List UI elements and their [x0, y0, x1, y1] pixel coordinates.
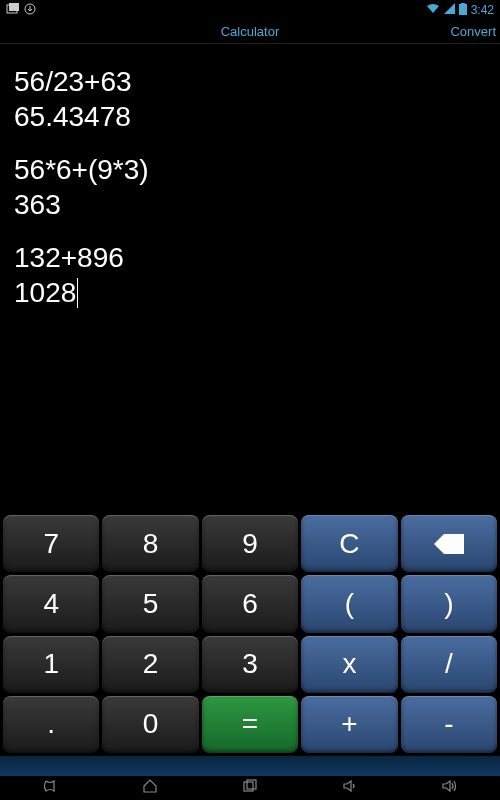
- key-paren-open[interactable]: (: [301, 575, 397, 632]
- key-5[interactable]: 5: [102, 575, 198, 632]
- key-multiply[interactable]: x: [301, 636, 397, 693]
- key-paren-close[interactable]: ): [401, 575, 497, 632]
- status-left: [6, 3, 36, 18]
- status-right: 3:42: [426, 3, 494, 18]
- result-line: 363: [14, 187, 486, 222]
- keypad: 789C456()123x/.0=+-: [0, 512, 500, 756]
- key-decimal[interactable]: .: [3, 696, 99, 753]
- key-4[interactable]: 4: [3, 575, 99, 632]
- history-entry: 56*6+(9*3) 363: [14, 152, 486, 222]
- convert-tab[interactable]: Convert: [450, 24, 496, 39]
- display-area[interactable]: 56/23+63 65.43478 56*6+(9*3) 363 132+896…: [0, 44, 500, 512]
- volume-up-icon[interactable]: [441, 777, 459, 799]
- volume-down-icon[interactable]: [341, 777, 359, 799]
- key-2[interactable]: 2: [102, 636, 198, 693]
- key-clear[interactable]: C: [301, 515, 397, 572]
- app-title: Calculator: [221, 24, 280, 39]
- notification-icon: [6, 3, 20, 18]
- wifi-icon: [426, 3, 440, 17]
- history-entry: 56/23+63 65.43478: [14, 64, 486, 134]
- key-plus[interactable]: +: [301, 696, 397, 753]
- back-button[interactable]: [41, 777, 59, 799]
- key-divide[interactable]: /: [401, 636, 497, 693]
- svg-rect-1: [9, 3, 19, 11]
- key-equals[interactable]: =: [202, 696, 298, 753]
- status-bar: 3:42: [0, 0, 500, 20]
- signal-icon: [444, 3, 455, 17]
- cursor: [77, 278, 78, 308]
- result-text: 1028: [14, 277, 76, 308]
- key-minus[interactable]: -: [401, 696, 497, 753]
- svg-rect-3: [459, 4, 467, 15]
- expression-line: 56/23+63: [14, 64, 486, 99]
- expression-line: 132+896: [14, 240, 486, 275]
- key-7[interactable]: 7: [3, 515, 99, 572]
- history-entry: 132+896 1028: [14, 240, 486, 310]
- svg-rect-4: [461, 3, 465, 5]
- result-line: 1028: [14, 275, 486, 310]
- navigation-bar: [0, 776, 500, 800]
- key-0[interactable]: 0: [102, 696, 198, 753]
- key-1[interactable]: 1: [3, 636, 99, 693]
- battery-icon: [459, 3, 467, 18]
- key-3[interactable]: 3: [202, 636, 298, 693]
- svg-rect-6: [247, 780, 256, 789]
- result-line: 65.43478: [14, 99, 486, 134]
- backspace-icon: [432, 532, 466, 556]
- recent-apps-button[interactable]: [241, 777, 259, 799]
- footer-gradient: [0, 756, 500, 776]
- status-time: 3:42: [471, 3, 494, 17]
- key-6[interactable]: 6: [202, 575, 298, 632]
- expression-line: 56*6+(9*3): [14, 152, 486, 187]
- key-8[interactable]: 8: [102, 515, 198, 572]
- key-9[interactable]: 9: [202, 515, 298, 572]
- svg-rect-5: [244, 782, 253, 791]
- home-button[interactable]: [141, 777, 159, 799]
- key-backspace[interactable]: [401, 515, 497, 572]
- download-icon: [24, 3, 36, 18]
- app-header: Calculator Convert: [0, 20, 500, 44]
